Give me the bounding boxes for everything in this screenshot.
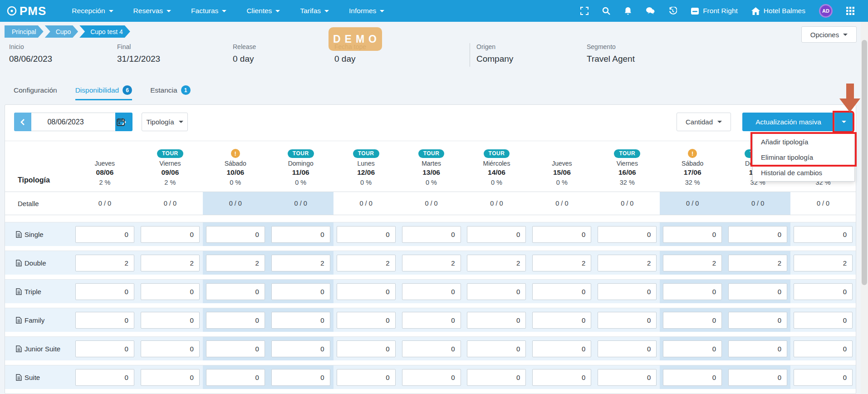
availability-input[interactable] (532, 226, 591, 243)
availability-input[interactable] (271, 340, 330, 357)
date-input[interactable] (31, 113, 115, 131)
availability-input[interactable] (794, 283, 853, 300)
availability-input[interactable] (663, 369, 722, 386)
tab-disponibilidad[interactable]: Disponibilidad6 (75, 85, 132, 100)
availability-input[interactable] (467, 369, 526, 386)
previous-day-button[interactable] (14, 113, 31, 131)
availability-input[interactable] (75, 226, 134, 243)
availability-input[interactable] (663, 283, 722, 300)
availability-input[interactable] (728, 226, 787, 243)
availability-input[interactable] (663, 226, 722, 243)
menu-facturas[interactable]: Facturas (183, 1, 235, 21)
availability-input[interactable] (141, 283, 200, 300)
menu-tarifas[interactable]: Tarifas (292, 1, 337, 21)
availability-input[interactable] (75, 369, 134, 386)
breadcrumb-item[interactable]: Cupo test 4 (79, 25, 130, 38)
availability-input[interactable] (206, 312, 265, 329)
availability-input[interactable] (75, 340, 134, 357)
vertical-scrollbar[interactable] (861, 22, 868, 394)
availability-input[interactable] (271, 283, 330, 300)
availability-input[interactable] (794, 226, 853, 243)
menu-clientes[interactable]: Clientes (238, 1, 288, 21)
availability-input[interactable] (532, 369, 591, 386)
availability-input[interactable] (794, 369, 853, 386)
availability-input[interactable] (728, 369, 787, 386)
availability-input[interactable] (206, 226, 265, 243)
availability-input[interactable] (271, 226, 330, 243)
availability-input[interactable] (794, 255, 853, 271)
fullscreen-icon[interactable] (580, 7, 588, 15)
availability-input[interactable] (402, 312, 461, 329)
availability-input[interactable] (598, 255, 657, 271)
availability-input[interactable] (598, 226, 657, 243)
menu-informes[interactable]: Informes (341, 1, 392, 21)
availability-input[interactable] (728, 312, 787, 329)
front-office-switcher[interactable]: Front Right (691, 7, 738, 15)
availability-input[interactable] (271, 312, 330, 329)
availability-input[interactable] (75, 283, 134, 300)
availability-input[interactable] (532, 340, 591, 357)
availability-input[interactable] (402, 369, 461, 386)
availability-input[interactable] (337, 255, 396, 271)
breadcrumb-item[interactable]: Principal (5, 25, 44, 38)
apps-grid-icon[interactable] (846, 7, 854, 15)
cantidad-dropdown[interactable]: Cantidad (677, 113, 731, 131)
availability-input[interactable] (467, 340, 526, 357)
availability-input[interactable] (532, 283, 591, 300)
menu-recepción[interactable]: Recepción (64, 1, 121, 21)
next-day-button[interactable] (115, 113, 132, 131)
availability-input[interactable] (598, 312, 657, 329)
availability-input[interactable] (532, 312, 591, 329)
availability-input[interactable] (337, 369, 396, 386)
availability-input[interactable] (337, 312, 396, 329)
availability-input[interactable] (206, 283, 265, 300)
availability-input[interactable] (337, 283, 396, 300)
availability-input[interactable] (728, 283, 787, 300)
actualizacion-masiva-caret-button[interactable] (834, 113, 853, 131)
availability-input[interactable] (467, 283, 526, 300)
search-icon[interactable] (602, 7, 610, 15)
availability-input[interactable] (206, 255, 265, 271)
availability-input[interactable] (728, 255, 787, 271)
availability-input[interactable] (402, 283, 461, 300)
availability-input[interactable] (728, 340, 787, 357)
availability-input[interactable] (402, 340, 461, 357)
menu-reservas[interactable]: Reservas (125, 1, 179, 21)
availability-input[interactable] (206, 340, 265, 357)
availability-input[interactable] (467, 255, 526, 271)
availability-input[interactable] (794, 312, 853, 329)
tipologia-dropdown[interactable]: Tipología (142, 113, 188, 131)
availability-input[interactable] (663, 340, 722, 357)
chat-icon[interactable] (646, 7, 655, 15)
availability-input[interactable] (337, 340, 396, 357)
availability-input[interactable] (271, 255, 330, 271)
user-avatar[interactable]: AD (819, 4, 833, 18)
availability-input[interactable] (598, 283, 657, 300)
availability-input[interactable] (141, 369, 200, 386)
availability-input[interactable] (271, 369, 330, 386)
scrollbar-thumb[interactable] (862, 40, 867, 285)
availability-input[interactable] (141, 226, 200, 243)
tab-estancia[interactable]: Estancia1 (150, 85, 190, 100)
history-icon[interactable] (668, 7, 677, 15)
menu-item-eliminar-tipología[interactable]: Eliminar tipología (753, 149, 854, 165)
availability-input[interactable] (141, 255, 200, 271)
availability-input[interactable] (141, 312, 200, 329)
opciones-button[interactable]: Opciones (801, 26, 857, 43)
availability-input[interactable] (598, 340, 657, 357)
availability-input[interactable] (663, 312, 722, 329)
availability-input[interactable] (794, 340, 853, 357)
pms-logo[interactable]: PMS (6, 4, 46, 18)
availability-input[interactable] (402, 255, 461, 271)
availability-input[interactable] (206, 369, 265, 386)
availability-input[interactable] (663, 255, 722, 271)
notifications-icon[interactable] (624, 7, 632, 15)
availability-input[interactable] (532, 255, 591, 271)
availability-input[interactable] (467, 226, 526, 243)
hotel-switcher[interactable]: Hotel Balmes (751, 7, 805, 15)
availability-input[interactable] (75, 312, 134, 329)
breadcrumb-item[interactable]: Cupo (45, 25, 78, 38)
tab-configuración[interactable]: Configuración (14, 85, 57, 100)
availability-input[interactable] (141, 340, 200, 357)
menu-item-historial-de-cambios[interactable]: Historial de cambios (753, 165, 854, 180)
